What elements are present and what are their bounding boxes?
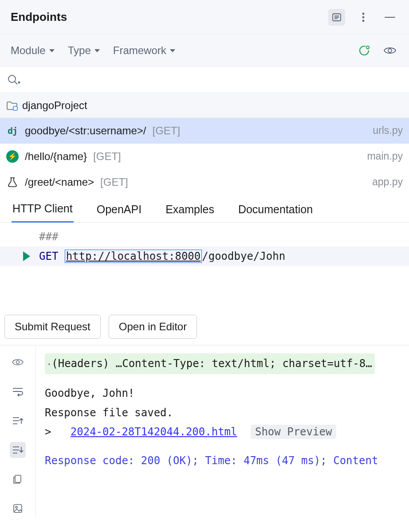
endpoint-path: /greet/<name> — [25, 176, 94, 188]
tab-bar: HTTP Client OpenAPI Examples Documentati… — [0, 195, 409, 223]
svg-point-9 — [388, 49, 392, 52]
svg-point-8 — [366, 46, 369, 49]
scroll-to-bottom-icon[interactable] — [10, 442, 26, 458]
filter-type-label: Type — [68, 44, 91, 57]
endpoint-path: goodbye/<str:username>/ — [25, 125, 146, 137]
tab-documentation[interactable]: Documentation — [237, 203, 314, 222]
filter-bar: Module Type Framework — [0, 35, 409, 66]
response-file-link[interactable]: 2024-02-28T142044.200.html — [71, 426, 237, 438]
search-row[interactable]: ▾ — [0, 66, 409, 93]
filters: Module Type Framework — [11, 44, 175, 57]
svg-point-10 — [8, 75, 16, 82]
response-headers-line[interactable]: ▸ (Headers) …Content-Type: text/html; ch… — [45, 353, 375, 374]
svg-point-5 — [362, 16, 365, 18]
request-separator: ### — [39, 231, 58, 243]
svg-rect-21 — [15, 475, 21, 482]
submit-request-button[interactable]: Submit Request — [4, 315, 101, 339]
endpoint-path: /hello/{name} — [25, 150, 87, 163]
response-status-line: Response code: 200 (OK); Time: 47ms (47 … — [45, 451, 409, 470]
more-options-icon[interactable] — [355, 9, 372, 26]
chevron-down-icon — [49, 49, 55, 52]
view-mode-icon[interactable] — [328, 9, 345, 26]
search-icon — [7, 74, 19, 86]
svg-point-4 — [362, 12, 365, 15]
headers-value: …Content-Type: text/html; charset=utf-8… — [116, 354, 372, 373]
endpoint-method: [GET] — [93, 150, 121, 163]
headers-label: (Headers) — [51, 354, 109, 373]
chevron-right-icon: ▸ — [44, 362, 54, 365]
svg-rect-12 — [13, 106, 17, 110]
request-method: GET — [39, 250, 58, 262]
copy-icon[interactable] — [10, 471, 26, 487]
search-dropdown-icon: ▾ — [18, 79, 20, 86]
response-gutter — [0, 345, 35, 516]
folder-icon — [6, 100, 18, 111]
endpoint-row[interactable]: dj goodbye/<str:username>/ [GET] urls.py — [0, 118, 409, 144]
project-name: djangoProject — [22, 99, 87, 112]
filter-framework-label: Framework — [113, 44, 166, 57]
http-editor[interactable]: ### GET http://localhost:8000/goodbye/Jo… — [0, 223, 409, 266]
django-icon: dj — [6, 125, 19, 137]
show-preview-button[interactable]: Show Preview — [251, 425, 336, 439]
response-body: ▸ (Headers) …Content-Type: text/html; ch… — [35, 345, 409, 516]
response-saved-line: Response file saved. — [45, 403, 409, 422]
minimize-icon[interactable] — [381, 9, 398, 26]
request-url-host[interactable]: http://localhost:8000 — [65, 250, 202, 263]
run-request-icon[interactable] — [23, 251, 30, 261]
svg-point-6 — [362, 20, 365, 22]
endpoint-file: app.py — [372, 176, 403, 188]
scroll-to-top-icon[interactable] — [10, 413, 26, 429]
visibility-icon[interactable] — [381, 42, 398, 59]
svg-line-11 — [15, 82, 17, 84]
response-panel: ▸ (Headers) …Content-Type: text/html; ch… — [0, 345, 409, 516]
tab-examples[interactable]: Examples — [165, 203, 215, 222]
filter-module-label: Module — [11, 44, 46, 57]
titlebar-icons — [328, 9, 398, 26]
response-body-line: Goodbye, John! — [45, 384, 409, 403]
eye-icon[interactable] — [10, 354, 26, 370]
svg-point-23 — [16, 506, 17, 508]
svg-point-13 — [16, 361, 20, 364]
chevron-down-icon — [94, 49, 100, 52]
panel-title: Endpoints — [11, 10, 67, 24]
endpoint-method: [GET] — [100, 176, 128, 188]
tab-openapi[interactable]: OpenAPI — [96, 203, 142, 222]
project-row[interactable]: djangoProject — [0, 93, 409, 118]
endpoint-method: [GET] — [153, 125, 181, 137]
filter-framework[interactable]: Framework — [113, 44, 175, 57]
fastapi-icon: ⚡ — [6, 150, 19, 163]
endpoint-file: urls.py — [373, 125, 403, 137]
angle-bracket: > — [45, 426, 51, 438]
request-url-path: /goodbye/John — [202, 250, 285, 262]
tab-http-client[interactable]: HTTP Client — [12, 202, 74, 223]
endpoint-row[interactable]: ⚡ /hello/{name} [GET] main.py — [0, 144, 409, 169]
refresh-icon[interactable] — [356, 42, 373, 59]
chevron-down-icon — [170, 49, 175, 52]
filter-module[interactable]: Module — [11, 44, 55, 57]
endpoint-file: main.py — [367, 150, 403, 162]
open-in-editor-button[interactable]: Open in Editor — [109, 315, 197, 339]
filter-type[interactable]: Type — [68, 44, 100, 57]
filter-right-icons — [356, 42, 398, 59]
endpoint-row[interactable]: /greet/<name> [GET] app.py — [0, 169, 409, 195]
titlebar: Endpoints — [0, 0, 409, 35]
flask-icon — [6, 176, 19, 188]
soft-wrap-icon[interactable] — [10, 383, 26, 399]
image-icon[interactable] — [10, 501, 26, 516]
request-buttons: Submit Request Open in Editor — [0, 266, 409, 345]
